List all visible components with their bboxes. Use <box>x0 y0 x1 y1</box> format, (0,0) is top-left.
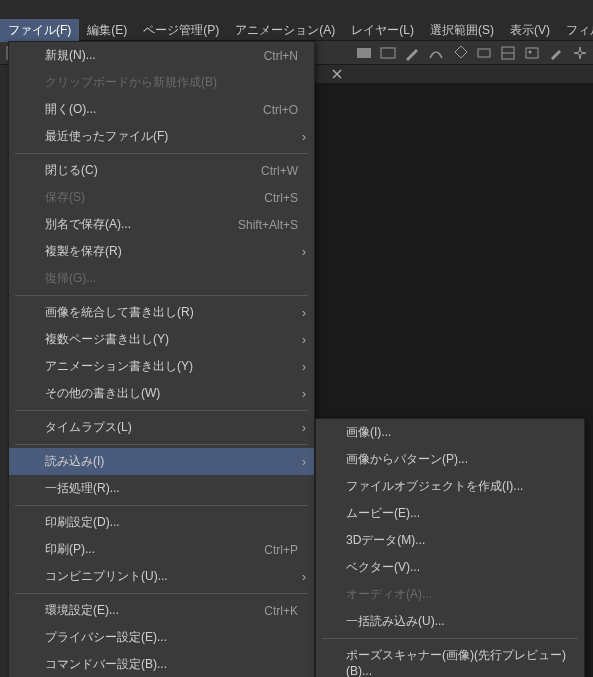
menu-recent[interactable]: 最近使ったファイル(F) › <box>9 123 314 150</box>
menu-animation[interactable]: アニメーション(A) <box>227 19 343 42</box>
chevron-right-icon: › <box>302 333 306 347</box>
menu-print[interactable]: 印刷(P)... Ctrl+P <box>9 536 314 563</box>
chevron-right-icon: › <box>302 387 306 401</box>
file-dropdown: 新規(N)... Ctrl+N クリップボードから新規作成(B) 開く(O)..… <box>8 41 315 677</box>
submenu-pose-scanner[interactable]: ポーズスキャナー(画像)(先行プレビュー)(B)... <box>316 642 584 677</box>
chevron-right-icon: › <box>302 245 306 259</box>
image-icon[interactable] <box>521 42 543 64</box>
chevron-right-icon: › <box>302 455 306 469</box>
tab-close-icon[interactable] <box>330 67 344 81</box>
menu-clipboard-new: クリップボードから新規作成(B) <box>9 69 314 96</box>
menu-view[interactable]: 表示(V) <box>502 19 558 42</box>
menu-save-dup[interactable]: 複製を保存(R) › <box>9 238 314 265</box>
separator <box>322 638 578 639</box>
gradient-icon[interactable] <box>353 42 375 64</box>
menu-selection[interactable]: 選択範囲(S) <box>422 19 502 42</box>
separator <box>15 593 308 594</box>
menu-commandbar[interactable]: コマンドバー設定(B)... <box>9 651 314 677</box>
svg-rect-2 <box>381 48 395 58</box>
curve-icon[interactable] <box>425 42 447 64</box>
menu-revert: 復帰(G)... <box>9 265 314 292</box>
contour-icon[interactable] <box>377 42 399 64</box>
submenu-vector[interactable]: ベクター(V)... <box>316 554 584 581</box>
submenu-audio: オーディオ(A)... <box>316 581 584 608</box>
rect2-icon[interactable] <box>497 42 519 64</box>
menu-file[interactable]: ファイル(F) <box>0 19 79 42</box>
menu-page[interactable]: ページ管理(P) <box>135 19 227 42</box>
menu-print-setup[interactable]: 印刷設定(D)... <box>9 509 314 536</box>
submenu-3d-data[interactable]: 3Dデータ(M)... <box>316 527 584 554</box>
menu-privacy[interactable]: プライバシー設定(E)... <box>9 624 314 651</box>
svg-rect-6 <box>526 48 538 58</box>
menu-timelapse[interactable]: タイムラプス(L) › <box>9 414 314 441</box>
chevron-right-icon: › <box>302 421 306 435</box>
submenu-movie[interactable]: ムービー(E)... <box>316 500 584 527</box>
menu-close[interactable]: 閉じる(C) Ctrl+W <box>9 157 314 184</box>
menu-new-label: 新規(N)... <box>45 47 264 64</box>
bucket-icon[interactable] <box>449 42 471 64</box>
pen-icon[interactable] <box>401 42 423 64</box>
submenu-batch-import[interactable]: 一括読み込み(U)... <box>316 608 584 635</box>
submenu-file-object[interactable]: ファイルオブジェクトを作成(I)... <box>316 473 584 500</box>
chevron-right-icon: › <box>302 130 306 144</box>
chevron-right-icon: › <box>302 306 306 320</box>
chevron-right-icon: › <box>302 360 306 374</box>
svg-point-7 <box>529 50 532 53</box>
menu-open[interactable]: 開く(O)... Ctrl+O <box>9 96 314 123</box>
import-submenu: 画像(I)... 画像からパターン(P)... ファイルオブジェクトを作成(I)… <box>315 418 585 677</box>
menu-filter[interactable]: フィルター(I) <box>558 19 593 42</box>
chevron-right-icon: › <box>302 570 306 584</box>
submenu-pattern[interactable]: 画像からパターン(P)... <box>316 446 584 473</box>
menu-export-anim[interactable]: アニメーション書き出し(Y) › <box>9 353 314 380</box>
menu-convenience-print[interactable]: コンビニプリント(U)... › <box>9 563 314 590</box>
separator <box>15 153 308 154</box>
svg-rect-3 <box>478 49 490 57</box>
separator <box>15 505 308 506</box>
menu-import[interactable]: 読み込み(I) › <box>9 448 314 475</box>
menu-new[interactable]: 新規(N)... Ctrl+N <box>9 42 314 69</box>
menu-export-other[interactable]: その他の書き出し(W) › <box>9 380 314 407</box>
menu-layer[interactable]: レイヤー(L) <box>343 19 422 42</box>
menu-save: 保存(S) Ctrl+S <box>9 184 314 211</box>
sparkle-icon[interactable] <box>569 42 591 64</box>
separator <box>15 444 308 445</box>
separator <box>15 295 308 296</box>
menubar: ファイル(F) 編集(E) ページ管理(P) アニメーション(A) レイヤー(L… <box>0 20 593 41</box>
menu-env-settings[interactable]: 環境設定(E)... Ctrl+K <box>9 597 314 624</box>
rect-icon[interactable] <box>473 42 495 64</box>
menu-export-merged[interactable]: 画像を統合して書き出し(R) › <box>9 299 314 326</box>
menu-new-shortcut: Ctrl+N <box>264 49 298 63</box>
menu-save-as[interactable]: 別名で保存(A)... Shift+Alt+S <box>9 211 314 238</box>
menu-edit[interactable]: 編集(E) <box>79 19 135 42</box>
menu-export-multi[interactable]: 複数ページ書き出し(Y) › <box>9 326 314 353</box>
edit-pen-icon[interactable] <box>545 42 567 64</box>
menu-batch[interactable]: 一括処理(R)... <box>9 475 314 502</box>
submenu-image[interactable]: 画像(I)... <box>316 419 584 446</box>
separator <box>15 410 308 411</box>
svg-rect-1 <box>357 48 371 58</box>
